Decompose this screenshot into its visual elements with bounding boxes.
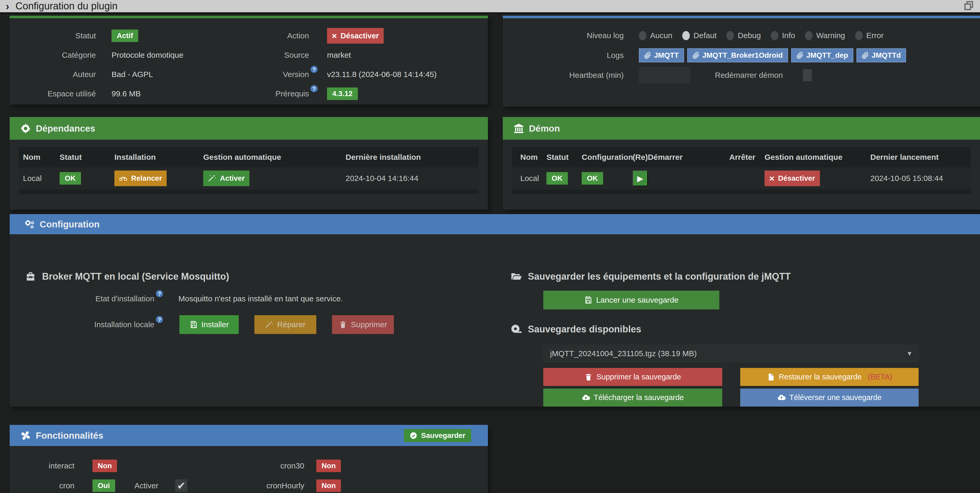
radio-icon <box>805 31 813 40</box>
daemon-panel: Démon Nom Statut Configuration (Re)Démar… <box>503 117 980 210</box>
last-launch-date: 2024-10-05 15:08:44 <box>870 174 971 183</box>
redemarrer-demon-label: Redémarrer démon <box>715 71 783 80</box>
relaunch-dependencies-button[interactable]: Relancer <box>115 170 167 186</box>
features-header: Fonctionnalités Sauvegarder <box>10 425 488 446</box>
categorie-value: Protocole domotique <box>111 51 263 60</box>
repair-wand-icon <box>265 320 274 329</box>
folder-open-icon <box>511 271 522 282</box>
install-state-row: Etat d'installation? Mosquitto n'est pas… <box>25 294 469 303</box>
help-icon[interactable]: ? <box>310 85 318 92</box>
log-file-jmqttd[interactable]: JMQTTd <box>856 48 906 62</box>
auteur-value: Bad - AGPL <box>111 70 263 79</box>
restore-backup-button[interactable]: Restaurer la sauvegarde (BETA) <box>740 368 919 386</box>
log-level-aucun[interactable]: Aucun <box>639 31 672 40</box>
table-header-row: Nom Statut Configuration (Re)Démarrer Ar… <box>512 147 971 167</box>
niveau-log-label: Niveau log <box>503 31 624 40</box>
close-icon: × <box>332 31 337 40</box>
prerequis-label: Prérequis ? <box>263 89 309 98</box>
redemarrer-demon-checkbox[interactable] <box>803 69 812 81</box>
espace-value: 99.6 MB <box>111 89 263 98</box>
heartbeat-input[interactable] <box>639 67 690 83</box>
source-label: Source <box>263 51 309 60</box>
configuration-header: Configuration <box>10 214 980 234</box>
cron30-label: cron30 <box>10 461 304 470</box>
backup-section-title: Sauvegarder les équipements et la config… <box>528 271 791 282</box>
log-level-debug[interactable]: Debug <box>726 31 760 40</box>
remove-mosquitto-button[interactable]: Supprimer <box>332 315 394 334</box>
help-icon[interactable]: ? <box>310 66 318 73</box>
log-level-defaut[interactable]: Defaut <box>682 31 716 40</box>
disable-plugin-button[interactable]: × Désactiver <box>327 28 384 44</box>
delete-backup-button[interactable]: Supprimer la sauvegarde <box>543 368 722 386</box>
restart-daemon-button[interactable]: ▶ <box>633 170 648 186</box>
bank-icon <box>513 123 524 134</box>
cron30-badge: Non <box>316 460 341 472</box>
version-value: v23.11.8 (2024-06-08 14:14:45) <box>327 70 437 79</box>
cloud-upload-icon <box>777 393 786 402</box>
local-install-row: Installation locale? Installer Réparer S… <box>25 315 469 334</box>
status-badge: Actif <box>111 30 138 42</box>
paperclip-icon <box>644 52 651 59</box>
configuration-title: Configuration <box>40 219 100 229</box>
available-backups-title: Sauvegardes disponibles <box>528 324 641 335</box>
features-panel: Fonctionnalités Sauvegarder interact Non… <box>10 425 488 493</box>
dep-status-badge: OK <box>60 172 81 184</box>
auteur-label: Auteur <box>10 70 96 79</box>
toolbox-icon <box>25 271 36 282</box>
log-level-info[interactable]: Info <box>771 31 795 40</box>
action-label: Action <box>263 31 309 40</box>
help-icon[interactable]: ? <box>156 316 163 323</box>
dep-name: Local <box>23 174 60 183</box>
window-restore-icon[interactable] <box>962 1 973 12</box>
backup-select[interactable]: jMQTT_20241004_231105.tgz (38.19 MB) ▼ <box>543 344 920 363</box>
window-titlebar: › Configuration du plugin <box>0 0 980 14</box>
log-file-jmqtt-broker1odroid[interactable]: JMQTT_Broker1Odroid <box>687 48 788 62</box>
info-row-espace: Espace utilisé 99.6 MB Prérequis ? 4.3.1… <box>10 84 488 103</box>
table-row: Local OK Relancer Activer 2024-10-04 14:… <box>19 167 479 190</box>
espace-label: Espace utilisé <box>10 89 96 98</box>
upload-backup-button[interactable]: Téléverser une sauvegarde <box>740 388 919 407</box>
radio-icon <box>639 31 646 40</box>
info-row-categorie: Catégorie Protocole domotique Source mar… <box>10 45 488 65</box>
dependencies-header: Dépendances <box>10 117 488 140</box>
dependencies-title: Dépendances <box>36 123 95 134</box>
log-file-jmqtt[interactable]: JMQTT <box>639 48 684 62</box>
log-level-error[interactable]: Error <box>855 31 884 40</box>
feature-row-cron: cron Oui Activer ✔ cronHourly Non <box>10 476 488 493</box>
backup-section: Sauvegarder les équipements et la config… <box>511 271 971 407</box>
enable-auto-management-button[interactable]: Activer <box>203 170 250 186</box>
version-label: Version ? <box>263 70 309 79</box>
chevron-right-icon: › <box>6 1 9 11</box>
daemon-title: Démon <box>529 123 560 134</box>
save-features-button[interactable]: Sauvegarder <box>404 429 471 442</box>
repair-mosquitto-button[interactable]: Réparer <box>255 315 316 334</box>
check-circle-icon <box>410 432 417 439</box>
radio-icon <box>855 31 863 40</box>
log-level-row: Niveau log Aucun Defaut Debug Info Warni… <box>503 25 980 45</box>
source-value: market <box>327 51 351 60</box>
play-icon: ▶ <box>637 174 643 183</box>
disable-auto-management-button[interactable]: × Désactiver <box>765 170 820 186</box>
launch-backup-button[interactable]: Lancer une sauvegarde <box>543 291 719 309</box>
configuration-panel: Configuration Broker MQTT en local (Serv… <box>10 214 980 407</box>
paperclip-icon <box>692 52 700 59</box>
dependencies-panel: Dépendances Nom Statut Installation Gest… <box>10 117 488 210</box>
cogs-icon <box>24 219 35 230</box>
features-title: Fonctionnalités <box>36 430 103 441</box>
log-level-warning[interactable]: Warning <box>805 31 845 40</box>
log-file-jmqtt-dep[interactable]: JMQTT_dep <box>791 48 853 62</box>
log-settings-panel: Niveau log Aucun Defaut Debug Info Warni… <box>503 16 980 107</box>
logs-label: Logs <box>503 51 624 60</box>
prerequis-badge: 4.3.12 <box>327 87 358 100</box>
download-backup-button[interactable]: Télécharger la sauvegarde <box>543 388 722 407</box>
help-icon[interactable]: ? <box>156 290 163 297</box>
last-installation-date: 2024-10-04 14:16:44 <box>345 174 479 183</box>
statut-label: Statut <box>10 31 96 40</box>
install-mosquitto-button[interactable]: Installer <box>180 315 239 334</box>
daemon-name: Local <box>520 174 546 183</box>
gear-icon <box>20 123 31 134</box>
info-row-statut: Statut Actif Action × Désactiver <box>10 26 488 45</box>
categorie-label: Catégorie <box>10 51 96 60</box>
trash-icon <box>584 373 593 381</box>
file-icon <box>767 373 775 381</box>
